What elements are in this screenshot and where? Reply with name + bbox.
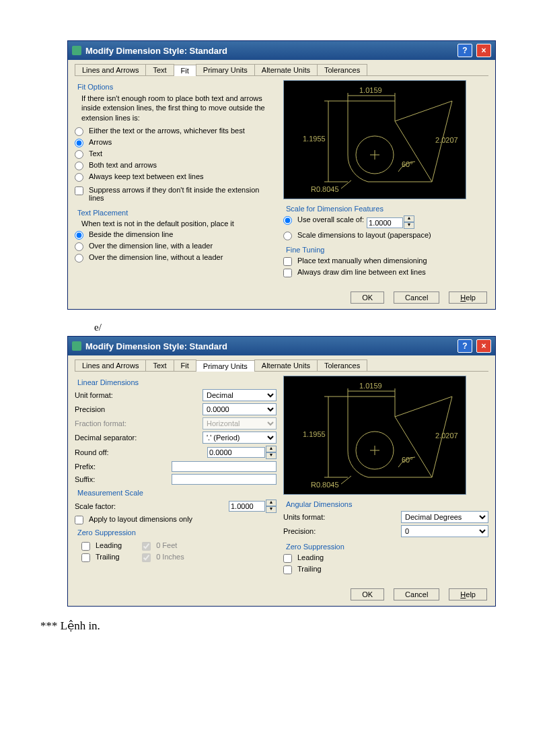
placement-title: Text Placement — [77, 209, 277, 217]
suffix-input[interactable] — [172, 474, 277, 485]
chk-ang-trailing[interactable]: Trailing — [283, 565, 488, 574]
svg-text:1.1955: 1.1955 — [303, 135, 326, 143]
ok-button[interactable]: OK — [351, 588, 384, 600]
chk-leading[interactable]: Leading — [81, 541, 122, 551]
app-icon — [72, 46, 81, 55]
help-icon[interactable]: ? — [458, 44, 472, 57]
cancel-button[interactable]: Cancel — [394, 588, 439, 600]
tab-tolerances[interactable]: Tolerances — [317, 359, 367, 371]
ms-title: Measurement Scale — [77, 489, 277, 497]
tab-alternate-units[interactable]: Alternate Units — [254, 359, 318, 371]
preview: 1.0159 1.1955 2.0207 60° R0.8045 — [283, 376, 466, 495]
chk-ang-leading[interactable]: Leading — [283, 553, 488, 563]
precision-select[interactable]: 0.0000 — [203, 403, 277, 415]
ang-precision-select[interactable]: 0 — [401, 525, 488, 537]
tab-tolerances[interactable]: Tolerances — [317, 64, 367, 75]
ok-button[interactable]: OK — [351, 291, 384, 304]
tab-text[interactable]: Text — [145, 64, 174, 75]
close-icon[interactable]: × — [476, 339, 491, 353]
chk-inches: 0 Inches — [142, 553, 184, 562]
roundoff-input[interactable]: ▲▼ — [207, 446, 277, 459]
fraction-label: Fraction format: — [75, 419, 198, 427]
svg-text:R0.8045: R0.8045 — [311, 481, 339, 489]
placement-desc: When text is not in the default position… — [81, 219, 277, 228]
prefix-label: Prefix: — [75, 462, 168, 471]
decimal-sep-label: Decimal separator: — [75, 434, 198, 442]
ang-zs-title: Zero Suppression — [286, 543, 488, 551]
opt-beside[interactable]: Beside the dimension line — [75, 230, 277, 240]
help-icon[interactable]: ? — [458, 339, 472, 353]
close-icon[interactable]: × — [476, 44, 491, 57]
tab-primary-units[interactable]: Primary Units — [196, 64, 255, 75]
precision-label: Precision — [75, 405, 198, 413]
fit-options-title: Fit Options — [77, 83, 277, 91]
tab-fit[interactable]: Fit — [174, 359, 196, 371]
opt-either[interactable]: Either the text or the arrows, whichever… — [75, 127, 277, 136]
svg-text:60°: 60° — [402, 456, 413, 464]
scale-factor-input[interactable]: ▲▼ — [229, 500, 277, 513]
tab-text[interactable]: Text — [145, 359, 174, 371]
suffix-label: Suffix: — [75, 475, 168, 483]
tab-alternate-units[interactable]: Alternate Units — [254, 64, 318, 75]
angular-title: Angular Dimensions — [286, 500, 488, 508]
svg-line-27 — [395, 397, 452, 417]
titlebar: Modify Dimension Style: Standard ? × — [68, 337, 495, 355]
help-button[interactable]: Help — [449, 291, 487, 304]
decimal-sep-select[interactable]: '.' (Period) — [203, 432, 277, 444]
unit-format-select[interactable]: Decimal — [203, 389, 277, 401]
dialog-fit: Modify Dimension Style: Standard ? × Lin… — [67, 40, 496, 310]
opt-arrows[interactable]: Arrows — [75, 138, 277, 147]
svg-text:2.0207: 2.0207 — [435, 432, 458, 440]
tab-fit[interactable]: Fit — [174, 65, 196, 76]
svg-text:R0.8045: R0.8045 — [311, 185, 339, 193]
separator-text: e/ — [94, 322, 495, 333]
scale-factor-label: Scale factor: — [75, 502, 225, 510]
svg-text:1.1955: 1.1955 — [303, 430, 326, 438]
chk-always-draw[interactable]: Always draw dim line between ext lines — [283, 268, 488, 277]
svg-text:1.0159: 1.0159 — [359, 382, 382, 390]
opt-scale-layout[interactable]: Scale dimensions to layout (paperspace) — [283, 231, 488, 240]
dialog-buttons: OK Cancel Help — [68, 583, 495, 606]
titlebar: Modify Dimension Style: Standard ? × — [68, 41, 495, 60]
opt-text[interactable]: Text — [75, 149, 277, 159]
roundoff-label: Round off: — [75, 448, 203, 456]
chk-manual[interactable]: Place text manually when dimensioning — [283, 256, 488, 266]
footer-text: *** Lệnh in. — [40, 619, 495, 633]
dialog-buttons: OK Cancel Help — [68, 286, 495, 309]
app-icon — [72, 341, 81, 351]
zs-title: Zero Suppression — [77, 528, 277, 537]
ang-units-select[interactable]: Decimal Degrees — [401, 511, 488, 523]
tab-primary-units[interactable]: Primary Units — [196, 360, 255, 372]
unit-format-label: Unit format: — [75, 391, 198, 399]
tabs: Lines and Arrows Text Fit Primary Units … — [75, 64, 488, 76]
chk-apply-layout[interactable]: Apply to layout dimensions only — [75, 515, 277, 524]
preview: 1.0159 1.1955 2.0207 60° R0.8045 — [283, 80, 466, 199]
opt-overall-scale[interactable]: Use overall scale of: ▲▼ — [283, 215, 488, 229]
svg-text:1.0159: 1.0159 — [359, 86, 382, 94]
tab-lines-arrows[interactable]: Lines and Arrows — [75, 64, 146, 75]
chk-trailing[interactable]: Trailing — [81, 553, 122, 562]
tab-lines-arrows[interactable]: Lines and Arrows — [75, 359, 146, 371]
cancel-button[interactable]: Cancel — [394, 291, 439, 304]
overall-scale-input[interactable]: ▲▼ — [367, 215, 414, 229]
chk-suppress[interactable]: Suppress arrows if they don't fit inside… — [75, 186, 277, 202]
svg-text:60°: 60° — [402, 160, 413, 168]
tabs: Lines and Arrows Text Fit Primary Units … — [75, 359, 488, 372]
opt-both[interactable]: Both text and arrows — [75, 161, 277, 170]
prefix-input[interactable] — [172, 461, 277, 472]
scale-title: Scale for Dimension Features — [286, 205, 488, 213]
fraction-select: Horizontal — [203, 417, 277, 429]
tune-title: Fine Tuning — [286, 246, 488, 254]
opt-keep[interactable]: Always keep text between ext lines — [75, 172, 277, 182]
opt-over-leader[interactable]: Over the dimension line, with a leader — [75, 242, 277, 251]
opt-over-noleader[interactable]: Over the dimension line, without a leade… — [75, 253, 277, 263]
ang-units-label: Units format: — [283, 513, 397, 521]
svg-text:2.0207: 2.0207 — [435, 136, 458, 144]
svg-line-10 — [395, 101, 452, 121]
window-title: Modify Dimension Style: Standard — [85, 341, 227, 351]
chk-feet: 0 Feet — [142, 541, 184, 551]
help-button[interactable]: Help — [449, 588, 487, 600]
fit-options-desc: If there isn't enough room to place both… — [81, 94, 277, 123]
ang-precision-label: Precision: — [283, 527, 397, 535]
dialog-primary-units: Modify Dimension Style: Standard ? × Lin… — [67, 336, 496, 607]
